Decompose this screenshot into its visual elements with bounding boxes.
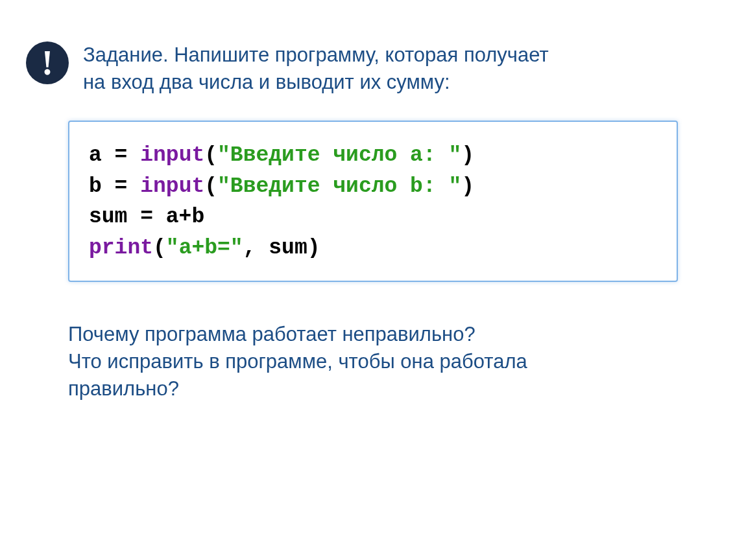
code-l2-var: b =: [89, 174, 140, 198]
code-l1-var: a =: [89, 143, 140, 167]
task-description: Задание. Напишите программу, которая пол…: [83, 39, 549, 96]
code-l2-paren1: (: [204, 174, 217, 198]
code-l3: sum = a+b: [89, 205, 204, 229]
task-header: ! Задание. Напишите программу, которая п…: [0, 0, 746, 96]
code-l2-string: "Введите число b: ": [217, 174, 461, 198]
question-line-3: правильно?: [68, 377, 179, 400]
code-l1-paren2: ): [461, 143, 474, 167]
question-line-1: Почему программа работает неправильно?: [68, 323, 475, 345]
code-l4-paren1: (: [153, 236, 166, 260]
question-line-2: Что исправить в программе, чтобы она раб…: [68, 350, 527, 373]
code-l4-string: "a+b=": [166, 236, 243, 260]
exclamation-icon: !: [42, 45, 53, 80]
code-block: a = input("Введите число a: ") b = input…: [68, 121, 678, 282]
code-l4-rest: , sum): [243, 236, 320, 260]
code-l1-func: input: [140, 143, 204, 167]
code-l4-func: print: [89, 236, 153, 260]
task-line-1: Задание. Напишите программу, которая пол…: [83, 43, 549, 66]
question-block: Почему программа работает неправильно? Ч…: [68, 321, 678, 402]
task-line-2: на вход два числа и выводит их сумму:: [83, 71, 450, 93]
code-l1-paren1: (: [204, 143, 217, 167]
exclaim-badge: !: [26, 41, 69, 84]
code-l2-paren2: ): [461, 174, 474, 198]
code-l2-func: input: [140, 174, 204, 198]
code-l1-string: "Введите число a: ": [217, 143, 461, 167]
